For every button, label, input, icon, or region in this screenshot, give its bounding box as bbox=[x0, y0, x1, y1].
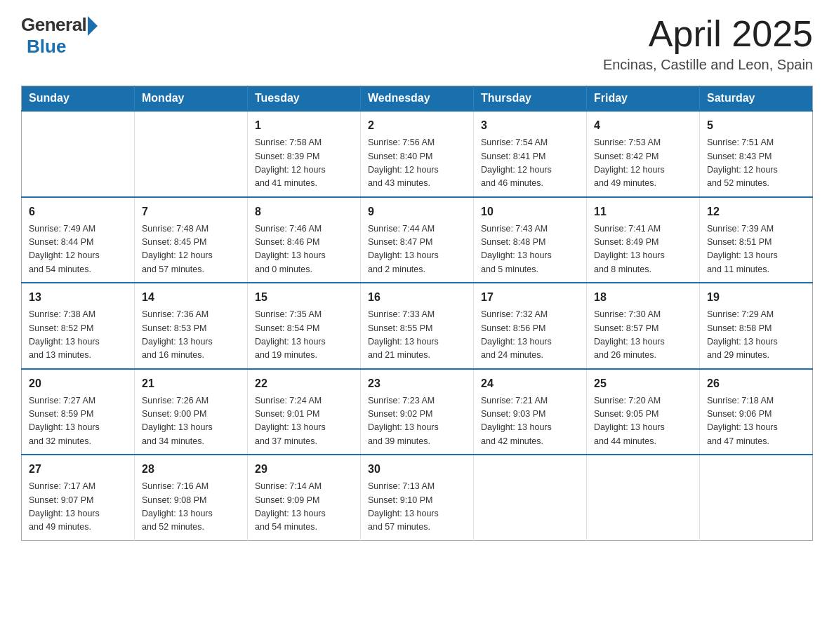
day-number-8: 8 bbox=[255, 203, 353, 220]
day-info-4: Sunrise: 7:53 AMSunset: 8:42 PMDaylight:… bbox=[594, 136, 692, 191]
calendar-day-2: 2Sunrise: 7:56 AMSunset: 8:40 PMDaylight… bbox=[361, 111, 474, 197]
calendar-day-13: 13Sunrise: 7:38 AMSunset: 8:52 PMDayligh… bbox=[22, 283, 135, 369]
calendar-empty-cell bbox=[587, 455, 700, 540]
day-info-11: Sunrise: 7:41 AMSunset: 8:49 PMDaylight:… bbox=[594, 222, 692, 277]
day-info-12: Sunrise: 7:39 AMSunset: 8:51 PMDaylight:… bbox=[707, 222, 805, 277]
day-info-29: Sunrise: 7:14 AMSunset: 9:09 PMDaylight:… bbox=[255, 480, 353, 535]
day-info-3: Sunrise: 7:54 AMSunset: 8:41 PMDaylight:… bbox=[481, 136, 579, 191]
day-number-29: 29 bbox=[255, 461, 353, 478]
calendar-week-1: 1Sunrise: 7:58 AMSunset: 8:39 PMDaylight… bbox=[22, 111, 813, 197]
day-number-19: 19 bbox=[707, 289, 805, 306]
logo-blue-text: Blue bbox=[27, 36, 66, 58]
day-number-5: 5 bbox=[707, 117, 805, 134]
day-info-1: Sunrise: 7:58 AMSunset: 8:39 PMDaylight:… bbox=[255, 136, 353, 191]
calendar-table: SundayMondayTuesdayWednesdayThursdayFrid… bbox=[21, 86, 813, 541]
page-header: General Blue April 2025 Encinas, Castill… bbox=[21, 14, 813, 73]
calendar-day-1: 1Sunrise: 7:58 AMSunset: 8:39 PMDaylight… bbox=[248, 111, 361, 197]
calendar-day-9: 9Sunrise: 7:44 AMSunset: 8:47 PMDaylight… bbox=[361, 197, 474, 283]
location-title: Encinas, Castille and Leon, Spain bbox=[603, 57, 813, 73]
calendar-week-2: 6Sunrise: 7:49 AMSunset: 8:44 PMDaylight… bbox=[22, 197, 813, 283]
day-number-4: 4 bbox=[594, 117, 692, 134]
calendar-day-24: 24Sunrise: 7:21 AMSunset: 9:03 PMDayligh… bbox=[474, 369, 587, 455]
calendar-week-4: 20Sunrise: 7:27 AMSunset: 8:59 PMDayligh… bbox=[22, 369, 813, 455]
logo: General Blue bbox=[21, 14, 98, 58]
calendar-day-25: 25Sunrise: 7:20 AMSunset: 9:05 PMDayligh… bbox=[587, 369, 700, 455]
day-info-7: Sunrise: 7:48 AMSunset: 8:45 PMDaylight:… bbox=[142, 222, 240, 277]
calendar-day-18: 18Sunrise: 7:30 AMSunset: 8:57 PMDayligh… bbox=[587, 283, 700, 369]
day-info-16: Sunrise: 7:33 AMSunset: 8:55 PMDaylight:… bbox=[368, 308, 466, 363]
day-info-14: Sunrise: 7:36 AMSunset: 8:53 PMDaylight:… bbox=[142, 308, 240, 363]
day-info-28: Sunrise: 7:16 AMSunset: 9:08 PMDaylight:… bbox=[142, 480, 240, 535]
day-number-26: 26 bbox=[707, 375, 805, 392]
logo-arrow-icon bbox=[88, 16, 98, 36]
day-info-19: Sunrise: 7:29 AMSunset: 8:58 PMDaylight:… bbox=[707, 308, 805, 363]
calendar-day-11: 11Sunrise: 7:41 AMSunset: 8:49 PMDayligh… bbox=[587, 197, 700, 283]
day-number-28: 28 bbox=[142, 461, 240, 478]
calendar-empty-cell bbox=[22, 111, 135, 197]
day-number-9: 9 bbox=[368, 203, 466, 220]
day-number-12: 12 bbox=[707, 203, 805, 220]
weekday-header-wednesday: Wednesday bbox=[361, 86, 474, 112]
calendar-day-17: 17Sunrise: 7:32 AMSunset: 8:56 PMDayligh… bbox=[474, 283, 587, 369]
day-number-1: 1 bbox=[255, 117, 353, 134]
day-number-30: 30 bbox=[368, 461, 466, 478]
calendar-day-8: 8Sunrise: 7:46 AMSunset: 8:46 PMDaylight… bbox=[248, 197, 361, 283]
calendar-day-14: 14Sunrise: 7:36 AMSunset: 8:53 PMDayligh… bbox=[135, 283, 248, 369]
calendar-day-15: 15Sunrise: 7:35 AMSunset: 8:54 PMDayligh… bbox=[248, 283, 361, 369]
weekday-header-saturday: Saturday bbox=[700, 86, 813, 112]
calendar-day-26: 26Sunrise: 7:18 AMSunset: 9:06 PMDayligh… bbox=[700, 369, 813, 455]
day-number-7: 7 bbox=[142, 203, 240, 220]
calendar-body: 1Sunrise: 7:58 AMSunset: 8:39 PMDaylight… bbox=[22, 111, 813, 540]
day-number-20: 20 bbox=[29, 375, 127, 392]
calendar-day-30: 30Sunrise: 7:13 AMSunset: 9:10 PMDayligh… bbox=[361, 455, 474, 540]
day-number-3: 3 bbox=[481, 117, 579, 134]
calendar-day-6: 6Sunrise: 7:49 AMSunset: 8:44 PMDaylight… bbox=[22, 197, 135, 283]
day-number-13: 13 bbox=[29, 289, 127, 306]
day-number-24: 24 bbox=[481, 375, 579, 392]
day-number-10: 10 bbox=[481, 203, 579, 220]
month-title: April 2025 bbox=[603, 14, 813, 54]
calendar-day-10: 10Sunrise: 7:43 AMSunset: 8:48 PMDayligh… bbox=[474, 197, 587, 283]
day-info-22: Sunrise: 7:24 AMSunset: 9:01 PMDaylight:… bbox=[255, 394, 353, 449]
calendar-day-4: 4Sunrise: 7:53 AMSunset: 8:42 PMDaylight… bbox=[587, 111, 700, 197]
weekday-header-monday: Monday bbox=[135, 86, 248, 112]
calendar-empty-cell bbox=[135, 111, 248, 197]
day-number-2: 2 bbox=[368, 117, 466, 134]
day-info-17: Sunrise: 7:32 AMSunset: 8:56 PMDaylight:… bbox=[481, 308, 579, 363]
weekday-header-sunday: Sunday bbox=[22, 86, 135, 112]
day-number-16: 16 bbox=[368, 289, 466, 306]
day-number-23: 23 bbox=[368, 375, 466, 392]
day-info-18: Sunrise: 7:30 AMSunset: 8:57 PMDaylight:… bbox=[594, 308, 692, 363]
day-number-17: 17 bbox=[481, 289, 579, 306]
day-info-13: Sunrise: 7:38 AMSunset: 8:52 PMDaylight:… bbox=[29, 308, 127, 363]
day-number-22: 22 bbox=[255, 375, 353, 392]
title-block: April 2025 Encinas, Castille and Leon, S… bbox=[603, 14, 813, 73]
calendar-day-28: 28Sunrise: 7:16 AMSunset: 9:08 PMDayligh… bbox=[135, 455, 248, 540]
day-info-25: Sunrise: 7:20 AMSunset: 9:05 PMDaylight:… bbox=[594, 394, 692, 449]
day-number-18: 18 bbox=[594, 289, 692, 306]
logo-general-text: General bbox=[21, 14, 86, 36]
day-number-15: 15 bbox=[255, 289, 353, 306]
day-info-21: Sunrise: 7:26 AMSunset: 9:00 PMDaylight:… bbox=[142, 394, 240, 449]
day-info-15: Sunrise: 7:35 AMSunset: 8:54 PMDaylight:… bbox=[255, 308, 353, 363]
day-info-5: Sunrise: 7:51 AMSunset: 8:43 PMDaylight:… bbox=[707, 136, 805, 191]
calendar-day-19: 19Sunrise: 7:29 AMSunset: 8:58 PMDayligh… bbox=[700, 283, 813, 369]
day-info-9: Sunrise: 7:44 AMSunset: 8:47 PMDaylight:… bbox=[368, 222, 466, 277]
day-info-26: Sunrise: 7:18 AMSunset: 9:06 PMDaylight:… bbox=[707, 394, 805, 449]
day-number-27: 27 bbox=[29, 461, 127, 478]
weekday-header-tuesday: Tuesday bbox=[248, 86, 361, 112]
calendar-header: SundayMondayTuesdayWednesdayThursdayFrid… bbox=[22, 86, 813, 112]
day-number-11: 11 bbox=[594, 203, 692, 220]
calendar-week-3: 13Sunrise: 7:38 AMSunset: 8:52 PMDayligh… bbox=[22, 283, 813, 369]
calendar-day-3: 3Sunrise: 7:54 AMSunset: 8:41 PMDaylight… bbox=[474, 111, 587, 197]
calendar-day-23: 23Sunrise: 7:23 AMSunset: 9:02 PMDayligh… bbox=[361, 369, 474, 455]
day-info-27: Sunrise: 7:17 AMSunset: 9:07 PMDaylight:… bbox=[29, 480, 127, 535]
day-number-21: 21 bbox=[142, 375, 240, 392]
calendar-day-22: 22Sunrise: 7:24 AMSunset: 9:01 PMDayligh… bbox=[248, 369, 361, 455]
calendar-day-29: 29Sunrise: 7:14 AMSunset: 9:09 PMDayligh… bbox=[248, 455, 361, 540]
day-info-24: Sunrise: 7:21 AMSunset: 9:03 PMDaylight:… bbox=[481, 394, 579, 449]
calendar-day-21: 21Sunrise: 7:26 AMSunset: 9:00 PMDayligh… bbox=[135, 369, 248, 455]
calendar-day-27: 27Sunrise: 7:17 AMSunset: 9:07 PMDayligh… bbox=[22, 455, 135, 540]
calendar-empty-cell bbox=[474, 455, 587, 540]
calendar-day-7: 7Sunrise: 7:48 AMSunset: 8:45 PMDaylight… bbox=[135, 197, 248, 283]
